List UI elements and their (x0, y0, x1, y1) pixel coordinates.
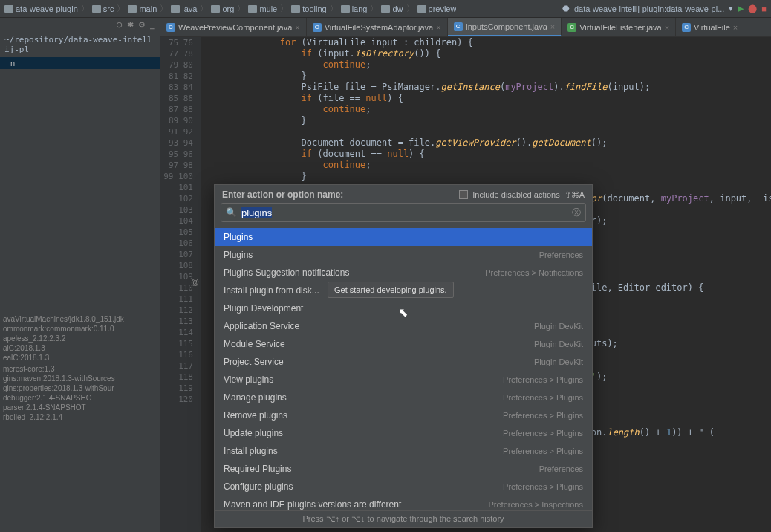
tab-label: InputsComponent.java (466, 22, 547, 31)
breadcrumb-item[interactable]: preview (417, 4, 457, 13)
sidebar-toolbar: ⊖ ✱ ⚙ ⎯ (0, 18, 160, 32)
result-label: Install plugin from disk... (224, 285, 319, 296)
search-result[interactable]: PluginsPreferences (215, 246, 592, 264)
folder-icon (341, 5, 350, 13)
search-result[interactable]: Application ServicePlugin DevKit (215, 317, 592, 335)
file-type-icon: C (166, 23, 175, 32)
result-context: Plugin DevKit (534, 322, 583, 331)
library-entry[interactable]: ealC:2018.1.3 (0, 353, 160, 363)
library-entry[interactable]: mcrest-core:1.3 (0, 364, 160, 374)
breadcrumb-item[interactable]: tooling (291, 4, 326, 13)
result-label: Install plugins (224, 446, 278, 456)
search-icon: 🔍 (226, 207, 237, 218)
editor-tab[interactable]: CVirtualFileSystemAdaptor.java× (307, 18, 448, 36)
breadcrumb-item[interactable]: dw (381, 4, 403, 13)
settings-icon[interactable]: ✱ (127, 20, 134, 30)
folder-icon (417, 5, 426, 13)
override-marker-icon: @ (191, 277, 199, 286)
result-context: Preferences > Inspections (489, 500, 584, 509)
external-libraries: avaVirtualMachines/jdk1.8.0_151.jdkommon… (0, 314, 160, 422)
chevron-right-icon: 〉 (81, 3, 89, 14)
folder-icon (291, 5, 300, 13)
gear-icon[interactable]: ⚙ (138, 20, 146, 30)
editor-tab[interactable]: CInputsComponent.java× (448, 18, 562, 36)
run-icon[interactable]: ▶ (738, 4, 744, 13)
library-entry[interactable]: alC:2018.1.3 (0, 343, 160, 353)
stop-icon[interactable]: ■ (761, 4, 767, 13)
debug-icon[interactable]: ⬤ (748, 4, 757, 13)
breadcrumb-item[interactable]: lang (341, 4, 368, 13)
search-result[interactable]: Plugin Development (215, 299, 592, 317)
search-result[interactable]: Project ServicePlugin DevKit (215, 353, 592, 371)
chevron-right-icon: 〉 (200, 3, 208, 14)
library-entry[interactable]: gins:properties:2018.1.3-withSour (0, 383, 160, 393)
result-context: Preferences (539, 464, 583, 473)
result-context: Preferences (539, 250, 583, 259)
collapse-icon[interactable]: ⊖ (116, 20, 123, 30)
chevron-right-icon: 〉 (370, 3, 378, 14)
folder-icon (381, 5, 390, 13)
include-disabled-checkbox[interactable] (459, 190, 468, 199)
library-entry[interactable]: parser:2.1.4-SNAPSHOT (0, 403, 160, 412)
run-configuration[interactable]: ⬣ data-weave-intellij-plugin:data-weave-… (562, 4, 767, 13)
library-entry[interactable]: debugger:2.1.4-SNAPSHOT (0, 393, 160, 403)
folder-icon (211, 5, 220, 13)
search-input[interactable] (237, 207, 572, 218)
search-result[interactable]: Install pluginsPreferences > Plugins (215, 442, 592, 460)
search-result[interactable]: Plugins Suggestion notificationsPreferen… (215, 264, 592, 282)
result-label: Update plugins (224, 428, 283, 438)
breadcrumb-item[interactable]: src (92, 4, 114, 13)
library-entry[interactable]: rboiled_2.12:2.1.4 (0, 412, 160, 422)
search-result[interactable]: Remove pluginsPreferences > Plugins (215, 406, 592, 424)
library-entry[interactable]: ommonmark:commonmark:0.11.0 (0, 324, 160, 334)
search-result[interactable]: Maven and IDE plugins versions are diffe… (215, 496, 592, 510)
close-icon[interactable]: × (295, 23, 299, 32)
library-entry[interactable]: avaVirtualMachines/jdk1.8.0_151.jdk (0, 314, 160, 324)
breadcrumb-label: mule (259, 4, 277, 13)
library-entry[interactable]: gins:maven:2018.1.3-withSources (0, 374, 160, 383)
editor-tab[interactable]: CWeavePreviewComponent.java× (160, 18, 307, 36)
editor-tab[interactable]: CVirtualFile× (676, 18, 744, 36)
close-icon[interactable]: × (550, 22, 555, 31)
library-entry[interactable]: apeless_2.12:2.3.2 (0, 334, 160, 343)
search-result[interactable]: Module ServicePlugin DevKit (215, 335, 592, 353)
chevron-right-icon: 〉 (160, 3, 168, 14)
search-box: 🔍 ⓧ (221, 203, 586, 222)
hide-icon[interactable]: ⎯ (150, 20, 155, 30)
clear-icon[interactable]: ⓧ (572, 207, 581, 219)
breadcrumb-item[interactable]: ata-weave-plugin (4, 4, 78, 13)
result-context: Preferences > Plugins (503, 393, 583, 402)
search-result[interactable]: Required PluginsPreferences (215, 460, 592, 478)
search-result[interactable]: Update pluginsPreferences > Plugins (215, 424, 592, 442)
breadcrumb-item[interactable]: mule (248, 4, 277, 13)
chevron-right-icon: 〉 (406, 3, 414, 14)
search-result[interactable]: Plugins (215, 228, 592, 246)
repo-path: ~/repository/data-weave-intellij-pl (0, 32, 160, 57)
breadcrumb-label: lang (352, 4, 368, 13)
breadcrumb-label: preview (429, 4, 457, 13)
folder-icon (4, 5, 13, 13)
search-result[interactable]: Configure pluginsPreferences > Plugins (215, 478, 592, 496)
search-result[interactable]: View pluginsPreferences > Plugins (215, 371, 592, 389)
result-context: Preferences > Notifications (485, 268, 583, 277)
close-icon[interactable]: × (436, 23, 440, 32)
file-type-icon: C (454, 22, 463, 31)
tooltip: Get started developing plugins. (328, 282, 454, 298)
search-result[interactable]: Manage pluginsPreferences > Plugins (215, 389, 592, 406)
close-icon[interactable]: × (733, 23, 738, 32)
breadcrumb-item[interactable]: main (128, 4, 157, 13)
breadcrumb-item[interactable]: org (211, 4, 234, 13)
result-label: Module Service (224, 339, 285, 349)
breadcrumb-path: ata-weave-plugin〉src〉main〉java〉org〉mule〉… (4, 3, 456, 14)
editor-tab[interactable]: CVirtualFileListener.java× (562, 18, 676, 36)
search-hint: Press ⌥↑ or ⌥↓ to navigate through the s… (215, 510, 592, 527)
result-label: Plugins (224, 232, 253, 242)
tab-label: VirtualFileListener.java (579, 23, 661, 32)
result-label: Application Service (224, 321, 299, 331)
result-label: Configure plugins (224, 481, 293, 492)
close-icon[interactable]: × (665, 23, 669, 32)
tab-label: VirtualFileSystemAdaptor.java (325, 23, 434, 32)
result-context: Preferences > Plugins (503, 447, 583, 455)
breadcrumb-item[interactable]: java (171, 4, 197, 13)
tree-item-selected[interactable]: n (0, 57, 160, 69)
